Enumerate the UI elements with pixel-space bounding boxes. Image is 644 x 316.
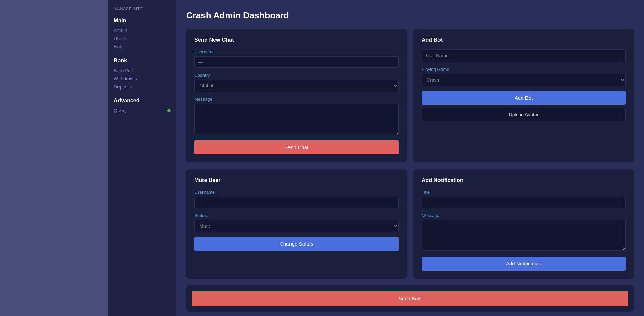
change-status-button[interactable]: Change Status	[194, 237, 399, 251]
sidebar-item-admin[interactable]: Admin	[114, 26, 171, 35]
sidebar-item-query[interactable]: Query	[114, 106, 171, 115]
add-notification-title: Add Notification	[422, 177, 626, 183]
sidebar: MANAGE SITE Main Admin Users Bots Bank B…	[108, 0, 176, 316]
sidebar-item-deposits[interactable]: Deposits	[114, 83, 171, 91]
add-bot-title: Add Bot	[422, 37, 626, 43]
bottom-cards-grid: Mute User Username Status Mute Unmute Ba…	[186, 169, 634, 279]
mute-status-label: Status	[194, 213, 399, 218]
sidebar-section-bank: Bank	[114, 58, 171, 64]
send-chat-country-label: Country	[194, 73, 399, 78]
page-title: Crash Admin Dashboard	[186, 10, 634, 21]
send-chat-country-select[interactable]: Global US UK EU	[194, 80, 399, 92]
sidebar-item-bots[interactable]: Bots	[114, 43, 171, 51]
mute-status-select[interactable]: Mute Unmute Ban	[194, 220, 399, 232]
main-content: Crash Admin Dashboard Send New Chat User…	[176, 0, 644, 316]
top-cards-grid: Send New Chat Username Country Global US…	[186, 29, 634, 162]
send-chat-button[interactable]: Send Chat	[194, 140, 399, 154]
notification-title-label: Title	[422, 190, 626, 195]
sidebar-item-users[interactable]: Users	[114, 35, 171, 43]
mute-user-title: Mute User	[194, 177, 399, 183]
sidebar-item-bankroll[interactable]: BankRoll	[114, 66, 171, 75]
add-bot-button[interactable]: Add Bot	[422, 91, 626, 105]
send-chat-message-label: Message	[194, 97, 399, 102]
send-bulk-button[interactable]: Send Bulk	[192, 291, 628, 306]
add-bot-playing-game-label: Playing Game	[422, 67, 626, 72]
manage-site-label: MANAGE SITE	[114, 7, 171, 11]
mute-user-card: Mute User Username Status Mute Unmute Ba…	[186, 169, 407, 279]
bottom-bar: Send Bulk	[186, 285, 634, 312]
send-chat-card: Send New Chat Username Country Global US…	[186, 29, 407, 162]
notification-message-label: Message	[422, 213, 626, 218]
send-chat-message-input[interactable]	[194, 104, 399, 134]
upload-avatar-button[interactable]: Upload Avatar	[422, 108, 626, 121]
sidebar-item-withdrawls[interactable]: Withdrawls	[114, 75, 171, 83]
sidebar-section-advanced: Advanced	[114, 98, 171, 104]
send-chat-username-input[interactable]	[194, 56, 399, 68]
sidebar-section-main: Main	[114, 18, 171, 24]
add-bot-username-input[interactable]	[422, 49, 626, 62]
add-notification-button[interactable]: Add Notification	[422, 257, 626, 271]
add-bot-game-select[interactable]: Crash Dice Slots	[422, 74, 626, 86]
send-chat-title: Send New Chat	[194, 37, 399, 43]
add-notification-card: Add Notification Title Message Add Notif…	[413, 169, 634, 279]
mute-username-label: Username	[194, 190, 399, 195]
notification-title-input[interactable]	[422, 197, 626, 208]
query-status-dot	[167, 109, 171, 112]
send-chat-username-label: Username	[194, 49, 399, 54]
mute-username-input[interactable]	[194, 197, 399, 208]
add-bot-card: Add Bot Playing Game Crash Dice Slots Ad…	[413, 29, 634, 162]
notification-message-input[interactable]	[422, 220, 626, 251]
